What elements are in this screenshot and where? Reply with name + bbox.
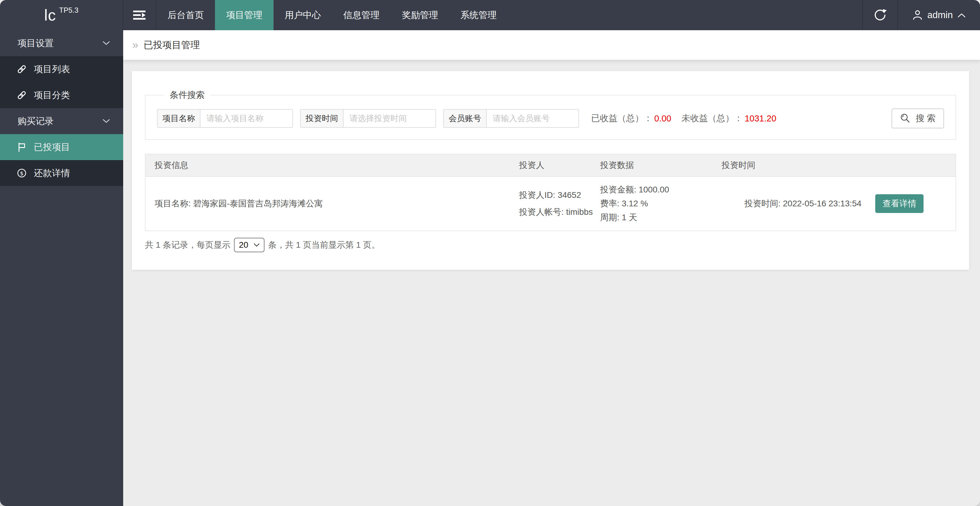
chevron-down-icon [103, 119, 110, 123]
income-stats: 已收益（总）： 0.00 未收益（总）： 1031.20 [591, 112, 786, 125]
page-size-value: 20 [239, 240, 248, 250]
search-button-label: 搜 索 [916, 112, 935, 125]
view-details-button[interactable]: 查看详情 [875, 194, 924, 213]
sidebar-item-label: 项目分类 [34, 89, 70, 102]
topbar-right: admin [862, 0, 980, 30]
refresh-icon [873, 8, 887, 22]
member-account-label: 会员账号 [444, 110, 487, 127]
logo: lc TP5.3 [0, 0, 123, 30]
top-nav-tabs: 后台首页 项目管理 用户中心 信息管理 奖励管理 系统管理 [156, 0, 508, 30]
link-icon [16, 64, 27, 74]
main-area: » 已投项目管理 条件搜索 项目名称 投资时间 [123, 30, 980, 506]
select-caret-icon [254, 243, 259, 247]
svg-text:$: $ [20, 170, 23, 176]
project-name-input[interactable] [200, 110, 292, 127]
search-panel: 条件搜索 项目名称 投资时间 会员账号 [145, 89, 956, 140]
invest-time-field-group: 投资时间 [300, 109, 436, 128]
received-income-value: 0.00 [654, 113, 671, 124]
search-icon [900, 113, 911, 124]
sidebar-item-label: 项目列表 [34, 63, 70, 75]
pagination: 共 1 条记录，每页显示 20 条，共 1 页当前显示第 1 页。 [145, 238, 956, 252]
logo-version-badge: TP5.3 [59, 6, 78, 14]
user-icon [912, 10, 923, 21]
table-header-row: 投资信息 投资人 投资数据 投资时间 [146, 154, 956, 177]
cell-invest-data: 投资金额: 1000.00 费率: 3.12 % 周期: 1 天 [591, 177, 713, 230]
member-account-input[interactable] [487, 110, 579, 127]
indent-menu-icon [132, 10, 146, 21]
project-name-label: 项目名称 [158, 110, 200, 127]
invest-amount-text: 投资金额: 1000.00 [600, 183, 703, 197]
sidebar-group-label: 项目设置 [18, 37, 54, 49]
th-invest-time: 投资时间 [713, 154, 956, 176]
pending-income-value: 1031.20 [745, 113, 776, 124]
invest-rate-text: 费率: 3.12 % [600, 197, 703, 211]
user-menu[interactable]: admin [897, 0, 980, 30]
pending-income-label: 未收益（总）： [681, 112, 743, 125]
tab-reward-management[interactable]: 奖励管理 [391, 0, 449, 30]
th-invest-info: 投资信息 [146, 154, 510, 176]
logo-text: lc [44, 6, 56, 24]
flag-icon [16, 142, 27, 152]
content: 条件搜索 项目名称 投资时间 会员账号 [123, 60, 980, 506]
tab-system-management[interactable]: 系统管理 [449, 0, 508, 30]
invest-period-text: 周期: 1 天 [600, 211, 703, 225]
invest-table: 投资信息 投资人 投资数据 投资时间 项目名称: 碧海家园-泰国普吉岛邦涛海滩公… [145, 154, 956, 231]
content-card: 条件搜索 项目名称 投资时间 会员账号 [132, 71, 969, 270]
sidebar-group-project-settings[interactable]: 项目设置 [0, 30, 123, 56]
refresh-button[interactable] [862, 0, 897, 30]
dollar-circle-icon: $ [16, 168, 27, 178]
page-size-select[interactable]: 20 [234, 238, 264, 252]
top-navbar: lc TP5.3 后台首页 项目管理 用户中心 信息管理 奖励管理 系统管理 [0, 0, 980, 30]
chevron-down-icon [103, 41, 110, 45]
sidebar-collapse-button[interactable] [123, 0, 156, 30]
investor-id-text: 投资人ID: 34652 [519, 187, 582, 204]
th-invest-data: 投资数据 [591, 154, 713, 176]
breadcrumb-chevrons-icon: » [132, 40, 138, 51]
tab-backend-home[interactable]: 后台首页 [156, 0, 215, 30]
th-investor: 投资人 [510, 154, 591, 176]
sidebar-group-label: 购买记录 [18, 115, 54, 128]
investor-account-text: 投资人帐号: timibbs [519, 204, 582, 220]
chevron-up-icon [958, 13, 966, 18]
search-button[interactable]: 搜 索 [891, 109, 944, 128]
tab-user-center[interactable]: 用户中心 [274, 0, 332, 30]
search-panel-legend: 条件搜索 [164, 89, 210, 101]
breadcrumb: » 已投项目管理 [123, 30, 980, 60]
member-account-field-group: 会员账号 [443, 109, 579, 128]
link-icon [16, 90, 27, 100]
sidebar-item-project-list[interactable]: 项目列表 [0, 56, 123, 82]
app-window: lc TP5.3 后台首页 项目管理 用户中心 信息管理 奖励管理 系统管理 [0, 0, 980, 506]
sidebar-item-project-category[interactable]: 项目分类 [0, 82, 123, 108]
cell-invest-time: 投资时间: 2022-05-16 23:13:54 查看详情 [713, 177, 956, 230]
cell-investor: 投资人ID: 34652 投资人帐号: timibbs [510, 177, 591, 230]
project-name-field-group: 项目名称 [157, 109, 293, 128]
user-name: admin [928, 10, 953, 21]
invest-time-label: 投资时间 [301, 110, 344, 127]
cell-project-name: 项目名称: 碧海家园-泰国普吉岛邦涛海滩公寓 [146, 177, 510, 230]
sidebar-item-label: 还款详情 [34, 167, 70, 179]
page-title: 已投项目管理 [144, 39, 200, 51]
table-row: 项目名称: 碧海家园-泰国普吉岛邦涛海滩公寓 投资人ID: 34652 投资人帐… [146, 177, 956, 230]
tab-project-management[interactable]: 项目管理 [215, 0, 274, 30]
sidebar-group-purchase-records[interactable]: 购买记录 [0, 108, 123, 134]
sidebar: 项目设置 项目列表 [0, 30, 123, 506]
project-name-text: 项目名称: 碧海家园-泰国普吉岛邦涛海滩公寓 [154, 197, 501, 211]
pagination-text-after: 条，共 1 页当前显示第 1 页。 [268, 239, 380, 251]
invest-time-input[interactable] [344, 110, 435, 127]
invest-time-text: 投资时间: 2022-05-16 23:13:54 [745, 198, 862, 209]
tab-info-management[interactable]: 信息管理 [332, 0, 391, 30]
pagination-text-before: 共 1 条记录，每页显示 [145, 239, 231, 251]
sidebar-item-label: 已投项目 [34, 141, 70, 153]
sidebar-item-repayment-details[interactable]: $ 还款详情 [0, 160, 123, 186]
sidebar-item-invested-projects[interactable]: 已投项目 [0, 134, 123, 160]
received-income-label: 已收益（总）： [591, 112, 652, 125]
